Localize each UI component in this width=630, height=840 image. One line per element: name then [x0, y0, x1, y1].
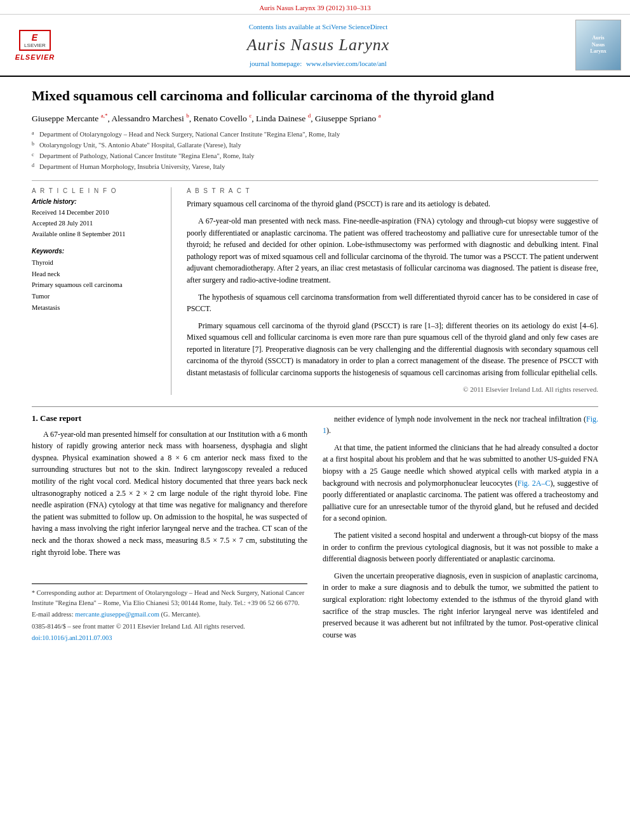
footnote-text: Corresponding author at: Department of O… [32, 589, 304, 606]
article-history: Received 14 December 2010 Accepted 28 Ju… [32, 208, 161, 239]
footnote-email: E-mail address: mercante.giuseppe@gmail.… [32, 610, 307, 620]
affil-a: a Department of Otolaryngology – Head an… [32, 130, 598, 140]
affiliations: a Department of Otolaryngology – Head an… [32, 130, 598, 171]
fig2-link[interactable]: Fig. 2A–C [518, 479, 551, 488]
background-word: background [323, 479, 359, 488]
received-date: Received 14 December 2010 [32, 208, 161, 218]
body-text-left: A 67-year-old man presented himself for … [32, 429, 307, 559]
cover-title-1: Auris [592, 35, 604, 41]
body-p1: A 67-year-old man presented himself for … [32, 429, 307, 559]
body-text-right: neither evidence of lymph node involveme… [323, 413, 598, 641]
keywords-section: Keywords: Thyroid Head neck Primary squa… [32, 248, 161, 314]
doi-text[interactable]: doi:10.1016/j.anl.2011.07.003 [32, 634, 112, 641]
keyword-metastasis: Metastasis [32, 302, 161, 314]
header-area: E LSEVIER ELSEVIER Contents lists availa… [0, 15, 630, 77]
journal-top-bar: Auris Nasus Larynx 39 (2012) 310–313 [0, 0, 630, 15]
body-two-col: 1. Case report A 67-year-old man present… [32, 413, 598, 646]
abstract-text: Primary squamous cell carcinoma of the t… [187, 198, 598, 394]
section-1-heading: 1. Case report [32, 413, 307, 423]
keyword-thyroid: Thyroid [32, 257, 161, 269]
keyword-tumor: Tumor [32, 291, 161, 302]
body-col-left: 1. Case report A 67-year-old man present… [32, 413, 307, 646]
abstract-p1: Primary squamous cell carcinoma of the t… [187, 198, 598, 210]
footnote-star: * [32, 589, 37, 596]
section-1-number: 1. [32, 413, 40, 423]
abstract-label: A B S T R A C T [187, 187, 598, 194]
journal-cover-image: Auris Nasus Larynx [575, 20, 621, 70]
affil-text-a: Department of Otolaryngology – Head and … [39, 130, 340, 140]
affil-text-c: Department of Pathology, National Cancer… [39, 151, 255, 161]
body-col-right: neither evidence of lymph node involveme… [323, 413, 598, 646]
cover-title-3: Larynx [590, 48, 606, 55]
email-link[interactable]: mercante.giuseppe@gmail.com [75, 611, 159, 618]
homepage-url[interactable]: www.elsevier.com/locate/anl [306, 60, 387, 67]
body-p-right-2: At that time, the patient informed the c… [323, 442, 598, 524]
affil-c: c Department of Pathology, National Canc… [32, 151, 598, 161]
elsevier-logo: ELSEVIER [15, 53, 55, 61]
header-left: E LSEVIER ELSEVIER [6, 20, 64, 70]
accepted-date: Accepted 28 July 2011 [32, 218, 161, 229]
article-title: Mixed squamous cell carcinoma and follic… [32, 87, 598, 105]
available-date: Available online 8 September 2011 [32, 229, 161, 240]
body-p-right-1: neither evidence of lymph node involveme… [323, 413, 598, 437]
affil-b: b Otolaryngology Unit, "S. Antonio Abate… [32, 140, 598, 150]
divider-top [32, 180, 598, 181]
affil-text-b: Otolaryngology Unit, "S. Antonio Abate" … [39, 140, 241, 150]
affil-sup-a: a [32, 130, 37, 140]
header-right: Auris Nasus Larynx [573, 20, 624, 70]
article-info-abstract-section: A R T I C L E I N F O Article history: R… [32, 187, 598, 394]
abstract-p2: A 67-year-old man presented with neck ma… [187, 215, 598, 286]
section-1-title: Case report [40, 413, 81, 423]
history-label: Article history: [32, 198, 161, 205]
body-section: 1. Case report A 67-year-old man present… [32, 406, 598, 646]
doi-line: doi:10.1016/j.anl.2011.07.003 [32, 633, 307, 643]
abstract-p4: Primary squamous cell carcinoma of the t… [187, 320, 598, 379]
journal-homepage: journal homepage: www.elsevier.com/locat… [250, 60, 387, 67]
abstract-column: A B S T R A C T Primary squamous cell ca… [187, 187, 598, 394]
abstract-p3: The hypothesis of squamous cell carcinom… [187, 291, 598, 315]
section-divider [32, 406, 598, 407]
email-label: E-mail address: [32, 611, 75, 618]
keyword-head-neck: Head neck [32, 269, 161, 280]
keywords-label: Keywords: [32, 248, 161, 255]
body-p-right-4: Given the uncertain preoperative diagnos… [323, 570, 598, 641]
journal-citation: Auris Nasus Larynx 39 (2012) 310–313 [259, 4, 371, 11]
fig1-link[interactable]: Fig. 1 [323, 415, 598, 436]
journal-title: Auris Nasus Larynx [247, 36, 390, 55]
page-wrapper: Auris Nasus Larynx 39 (2012) 310–313 E L… [0, 0, 630, 840]
main-content: Mixed squamous cell carcinoma and follic… [0, 77, 630, 658]
article-info-label: A R T I C L E I N F O [32, 187, 161, 194]
body-p-right-3: The patient visited a second hospital an… [323, 530, 598, 565]
email-who: (G. Mercante). [161, 611, 201, 618]
copyright-line: © 2011 Elsevier Ireland Ltd. All rights … [187, 384, 598, 395]
sciverse-text: Contents lists available at SciVerse Sci… [249, 23, 387, 30]
footnote-area: * Corresponding author at: Department of… [32, 583, 307, 643]
affil-sup-c: c [32, 151, 37, 161]
cover-title-2: Nasus [592, 42, 605, 48]
footnote-star-note: * Corresponding author at: Department of… [32, 588, 307, 608]
authors-line: Giuseppe Mercante a,*, Alessandro Marche… [32, 112, 598, 125]
keyword-pscct: Primary squamous cell carcinoma [32, 279, 161, 291]
affil-d: d Department of Human Morphology, Insubr… [32, 162, 598, 172]
rights-line: 0385-8146/$ – see front matter © 2011 El… [32, 622, 307, 632]
article-info-column: A R T I C L E I N F O Article history: R… [32, 187, 171, 394]
affil-sup-d: d [32, 162, 37, 172]
header-center: Contents lists available at SciVerse Sci… [69, 20, 568, 70]
affil-sup-b: b [32, 140, 37, 150]
affil-text-d: Department of Human Morphology, Insubria… [39, 162, 225, 172]
sciverse-link[interactable]: SciVerse ScienceDirect [322, 23, 387, 30]
